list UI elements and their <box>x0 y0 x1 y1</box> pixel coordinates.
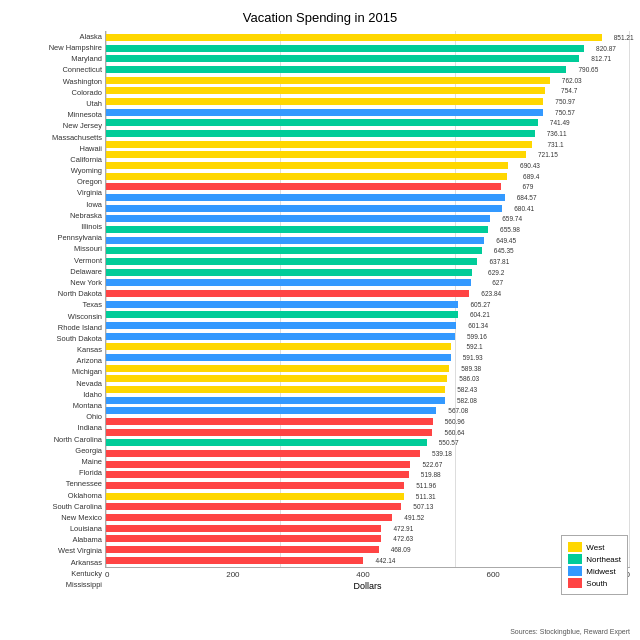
bar-value-label: 655.98 <box>500 226 520 233</box>
bar-value-label: 601.34 <box>468 322 488 329</box>
legend-label: Midwest <box>586 567 615 576</box>
bar-row: 637.81 <box>106 257 630 266</box>
bar: 522.67 <box>106 461 410 468</box>
bar: 659.74 <box>106 215 490 222</box>
bar: 560.64 <box>106 429 432 436</box>
bar-row: 586.03 <box>106 374 630 383</box>
y-label: South Dakota <box>10 335 102 343</box>
bar-row: 599.16 <box>106 332 630 341</box>
y-label: Utah <box>10 100 102 108</box>
bar-row: 762.03 <box>106 76 630 85</box>
bar: 511.31 <box>106 493 404 500</box>
bar-row: 468.09 <box>106 545 630 554</box>
bar-value-label: 762.03 <box>562 77 582 84</box>
bar-row: 629.2 <box>106 268 630 277</box>
bar-row: 567.08 <box>106 406 630 415</box>
bar-value-label: 560.96 <box>445 418 465 425</box>
bar: 511.96 <box>106 482 404 489</box>
bars-and-x: 851.21820.87812.71790.65762.03754.7750.9… <box>105 31 630 591</box>
bar: 468.09 <box>106 546 379 553</box>
y-label: Iowa <box>10 201 102 209</box>
bar: 655.98 <box>106 226 488 233</box>
y-label: Louisiana <box>10 525 102 533</box>
bar-row: 511.96 <box>106 481 630 490</box>
bar-row: 591.93 <box>106 353 630 362</box>
bar-value-label: 491.52 <box>404 514 424 521</box>
bar-value-label: 599.16 <box>467 333 487 340</box>
bar: 684.57 <box>106 194 505 201</box>
bar-row: 560.64 <box>106 428 630 437</box>
bar: 623.84 <box>106 290 469 297</box>
bar-value-label: 790.65 <box>578 66 598 73</box>
bar-row: 539.18 <box>106 449 630 458</box>
bar-row: 680.41 <box>106 204 630 213</box>
bar-row: 684.57 <box>106 193 630 202</box>
x-tick: 400 <box>356 570 369 579</box>
bar-row: 649.45 <box>106 236 630 245</box>
y-label: Florida <box>10 469 102 477</box>
bar-value-label: 750.97 <box>555 98 575 105</box>
bar-value-label: 851.21 <box>614 34 634 41</box>
y-label: Rhode Island <box>10 324 102 332</box>
bar-row: 519.88 <box>106 470 630 479</box>
bar: 589.38 <box>106 365 449 372</box>
bar-value-label: 472.63 <box>393 535 413 542</box>
y-label: Delaware <box>10 268 102 276</box>
bar-value-label: 507.13 <box>413 503 433 510</box>
y-label: Minnesota <box>10 111 102 119</box>
bar-row: 507.13 <box>106 502 630 511</box>
bar: 689.4 <box>106 173 507 180</box>
bar: 442.14 <box>106 557 363 564</box>
bar-row: 627 <box>106 278 630 287</box>
bar: 812.71 <box>106 55 579 62</box>
bar-row: 491.52 <box>106 513 630 522</box>
y-label: North Carolina <box>10 436 102 444</box>
y-label: California <box>10 156 102 164</box>
bar-value-label: 511.31 <box>416 493 436 500</box>
bar-value-label: 721.15 <box>538 151 558 158</box>
source-text: Sources: Stockingblue, Reward Expert <box>510 628 630 635</box>
bar-value-label: 442.14 <box>376 557 396 564</box>
bar-value-label: 472.91 <box>393 525 413 532</box>
legend-color-box <box>568 554 582 564</box>
y-label: Indiana <box>10 424 102 432</box>
y-label: New York <box>10 279 102 287</box>
bar: 539.18 <box>106 450 420 457</box>
bar-row: 721.15 <box>106 150 630 159</box>
y-label: Maine <box>10 458 102 466</box>
bar: 680.41 <box>106 205 502 212</box>
bar: 472.63 <box>106 535 381 542</box>
y-label: Michigan <box>10 368 102 376</box>
y-label: Vermont <box>10 257 102 265</box>
x-axis: 0200400600800 <box>105 570 630 579</box>
legend-item: West <box>568 542 621 552</box>
bar-row: 851.21 <box>106 33 630 42</box>
bar: 519.88 <box>106 471 409 478</box>
legend-color-box <box>568 542 582 552</box>
bar: 472.91 <box>106 525 381 532</box>
y-label: Kentucky <box>10 570 102 578</box>
bar: 750.57 <box>106 109 543 116</box>
bar-row: 689.4 <box>106 172 630 181</box>
bar-row: 604.21 <box>106 310 630 319</box>
bar: 627 <box>106 279 471 286</box>
chart-area: AlaskaNew HampshireMarylandConnecticutWa… <box>10 31 630 591</box>
bar: 721.15 <box>106 151 526 158</box>
bar: 637.81 <box>106 258 477 265</box>
bar-value-label: 627 <box>492 279 503 286</box>
y-label: Colorado <box>10 89 102 97</box>
bar-value-label: 539.18 <box>432 450 452 457</box>
bar: 690.43 <box>106 162 508 169</box>
bar: 507.13 <box>106 503 401 510</box>
y-label: Nebraska <box>10 212 102 220</box>
bar: 591.93 <box>106 354 451 361</box>
bar-row: 592.1 <box>106 342 630 351</box>
y-label: Wisconsin <box>10 313 102 321</box>
bar-row: 736.11 <box>106 129 630 138</box>
bar-row: 550.57 <box>106 438 630 447</box>
y-label: New Jersey <box>10 122 102 130</box>
bar-row: 472.91 <box>106 524 630 533</box>
y-label: New Hampshire <box>10 44 102 52</box>
bars-wrapper: 851.21820.87812.71790.65762.03754.7750.9… <box>106 31 630 567</box>
bar: 560.96 <box>106 418 433 425</box>
